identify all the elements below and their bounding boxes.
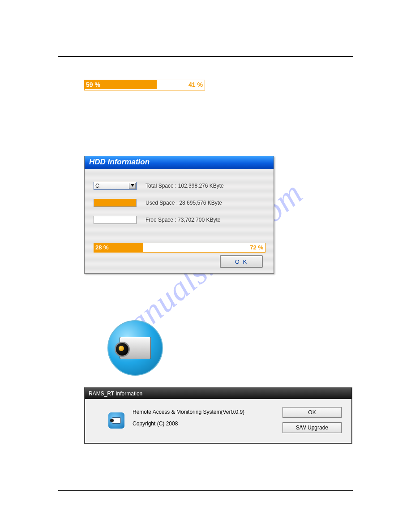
rams-app-icon: [108, 412, 124, 429]
page-rule-bottom: [58, 490, 353, 491]
rams-version-text: Remote Access & Monitoring System(Ver0.0…: [133, 409, 244, 415]
drive-select[interactable]: C:: [94, 182, 137, 190]
total-space-label: Total Space : 102,398,276 KByte: [146, 183, 224, 189]
hdd-percent-used-segment: 28 %: [94, 243, 143, 252]
disk-usage-bar-inline: 59 % 41 %: [84, 80, 205, 90]
hdd-percent-bar: 28 % 72 %: [94, 243, 265, 253]
hdd-ok-button[interactable]: O K: [220, 255, 263, 268]
rams-sw-upgrade-button[interactable]: S/W Upgrade: [283, 422, 342, 433]
disk-usage-used-segment: 59 %: [85, 80, 157, 89]
chevron-down-icon: [131, 184, 134, 187]
rams-dialog-title: RAMS_RT Information: [85, 388, 351, 399]
rams-copyright-text: Copyright (C) 2008: [133, 420, 178, 427]
camera-app-icon[interactable]: [107, 320, 163, 376]
free-space-label: Free Space : 73,702,700 KByte: [146, 217, 220, 223]
hdd-percent-free-segment: 72 %: [143, 243, 265, 252]
hdd-information-dialog: HDD Information C: Total Space : 102,398…: [84, 156, 274, 274]
disk-usage-free-segment: 41 %: [157, 80, 205, 89]
used-space-swatch: [94, 199, 137, 207]
free-space-swatch: [94, 216, 137, 224]
hdd-dialog-title: HDD Information: [85, 156, 274, 169]
rams-ok-button[interactable]: OK: [283, 407, 342, 418]
drive-select-value: C:: [95, 183, 101, 189]
used-space-label: Used Space : 28,695,576 KByte: [146, 200, 222, 206]
rams-rt-information-dialog: RAMS_RT Information Remote Access & Moni…: [85, 388, 352, 443]
camera-body-shape: [120, 337, 151, 359]
page-rule-top: [58, 56, 353, 57]
camera-lens-shape: [115, 342, 130, 357]
